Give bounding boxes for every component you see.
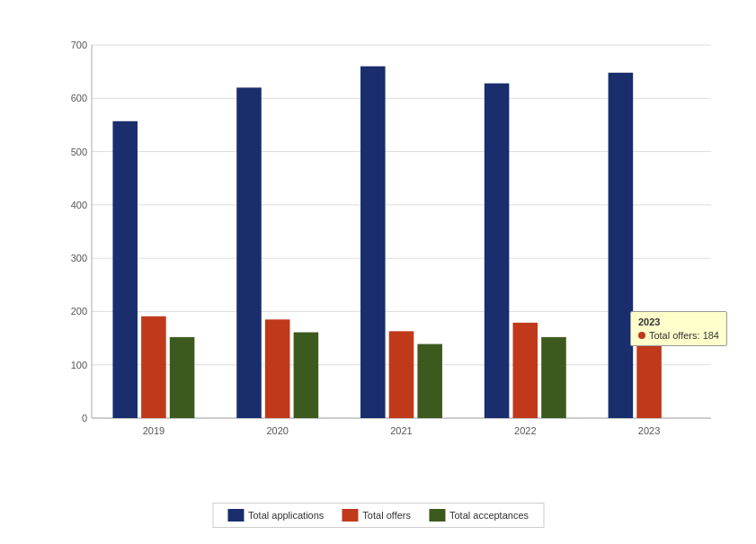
legend-color-box bbox=[342, 509, 358, 522]
svg-rect-31 bbox=[513, 323, 538, 418]
svg-text:400: 400 bbox=[71, 200, 87, 210]
svg-text:2019: 2019 bbox=[143, 425, 165, 436]
legend-item: Total applications bbox=[227, 509, 324, 522]
svg-text:100: 100 bbox=[71, 360, 87, 370]
svg-rect-18 bbox=[112, 121, 138, 418]
svg-text:2020: 2020 bbox=[266, 425, 288, 436]
legend-color-box bbox=[227, 509, 244, 522]
svg-text:600: 600 bbox=[71, 93, 87, 103]
chart-area: 0100200300400500600700201920202021202220… bbox=[54, 36, 729, 454]
chart-title bbox=[0, 0, 756, 13]
legend-item: Total acceptances bbox=[429, 509, 529, 522]
svg-text:700: 700 bbox=[71, 40, 87, 50]
svg-rect-24 bbox=[294, 333, 319, 418]
svg-rect-32 bbox=[541, 337, 566, 418]
legend-label: Total offers bbox=[362, 510, 411, 521]
svg-rect-23 bbox=[265, 319, 290, 418]
legend: Total applicationsTotal offersTotal acce… bbox=[212, 503, 544, 528]
legend-item: Total offers bbox=[342, 509, 411, 522]
svg-text:2022: 2022 bbox=[514, 425, 536, 436]
svg-text:500: 500 bbox=[71, 147, 87, 157]
svg-rect-27 bbox=[389, 331, 414, 418]
legend-color-box bbox=[429, 509, 445, 522]
chart-container: 0100200300400500600700201920202021202220… bbox=[0, 0, 756, 544]
svg-text:2021: 2021 bbox=[390, 425, 412, 436]
svg-rect-19 bbox=[141, 317, 166, 418]
legend-label: Total acceptances bbox=[449, 510, 529, 521]
svg-rect-35 bbox=[636, 320, 662, 418]
svg-text:2023: 2023 bbox=[638, 425, 660, 436]
svg-rect-26 bbox=[360, 67, 386, 418]
svg-rect-28 bbox=[417, 344, 442, 418]
svg-text:0: 0 bbox=[82, 413, 87, 424]
svg-rect-34 bbox=[609, 73, 634, 418]
svg-rect-22 bbox=[236, 87, 262, 418]
svg-text:200: 200 bbox=[71, 306, 87, 317]
bar-chart-svg: 0100200300400500600700201920202021202220… bbox=[54, 36, 729, 454]
svg-rect-30 bbox=[485, 84, 510, 418]
svg-rect-20 bbox=[170, 337, 195, 418]
svg-text:300: 300 bbox=[71, 253, 87, 263]
legend-label: Total applications bbox=[248, 510, 324, 521]
